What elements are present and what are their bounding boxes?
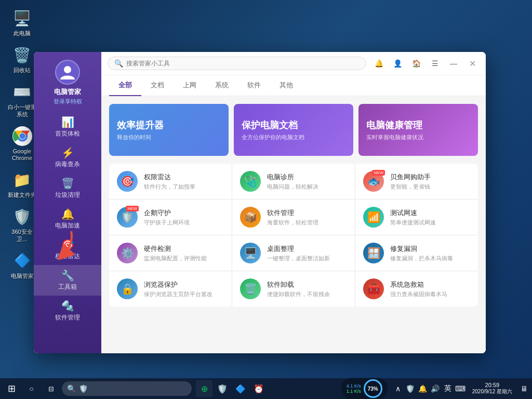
software-uninstall-icon-wrap: 🗑️ (240, 278, 261, 299)
desktop-icon-this-pc[interactable]: 🖥️ 此电脑 (5, 5, 39, 39)
title-bar: 🔍 🔔 👤 🏠 ☰ — ✕ (101, 52, 486, 75)
tool-info-speed-test: 测试网速 简单便捷测试网速 (390, 208, 470, 227)
tool-info-software-uninstall: 软件卸载 便捷卸载软件，不留残余 (267, 280, 347, 298)
baidu-input-label: 白小一键重系统 (8, 104, 36, 117)
taskbar-search-icon-shield: 🛡️ (79, 384, 88, 393)
search-box[interactable]: 🔍 (108, 57, 366, 70)
show-desktop-button[interactable]: 🖥 (519, 383, 529, 394)
tool-item-permission-radar[interactable]: 🎯 权限雷达 软件行为，了如指掌 (109, 164, 232, 199)
tab-all[interactable]: 全部 (109, 75, 141, 96)
speed-test-tool-icon: 📶 (363, 207, 384, 228)
system-rescue-icon-wrap: 🧰 (363, 278, 384, 299)
sidebar-label-toolbox: 工具箱 (58, 283, 77, 291)
software-manage-icon: 🔩 (61, 300, 74, 312)
close-button[interactable]: ✕ (465, 56, 480, 71)
taskbar-search-box[interactable]: 🔍 🛡️ 电脑管家 (62, 381, 192, 396)
feature-banners: 效率提升器 释放你的时间 保护电脑文档 全方位保护你的电脑文档 电脑健康管理 实… (109, 104, 478, 156)
taskbar-app-360search[interactable]: ⊕ (196, 380, 212, 397)
tool-name-browser-protect: 浏览器保护 (144, 280, 224, 289)
tool-name-pc-diagnosis: 电脑诊所 (267, 172, 347, 182)
notification-button[interactable]: 🔔 (371, 56, 386, 71)
desktop-organize-tool-icon: 🖥️ (240, 243, 261, 263)
tool-name-shopping-helper: 贝鱼网购助手 (390, 172, 470, 182)
system-rescue-tool-icon: 🧰 (363, 278, 384, 299)
taskbar-clock[interactable]: 20:59 2020/9/12 星期六 (468, 382, 516, 395)
home-button[interactable]: 🏠 (409, 56, 423, 71)
sidebar-label-virus-scan: 病毒查杀 (55, 160, 80, 169)
shopping-helper-icon-wrap: 🐟 NEW (363, 171, 384, 192)
start-button[interactable]: ⊞ (3, 380, 21, 398)
taskbar-app-vpn[interactable]: 🔷 (232, 380, 249, 397)
user-button[interactable]: 👤 (390, 56, 405, 71)
tool-desc-pc-diagnosis: 电脑问题，轻松解决 (267, 183, 347, 191)
sidebar-item-software-manage[interactable]: 🔩 软件管理 (34, 296, 101, 326)
taskbar-app-360safe[interactable]: 🛡️ (214, 380, 231, 397)
taskbar-app-tencent[interactable]: ⏰ (250, 380, 267, 397)
tool-item-software-uninstall[interactable]: 🗑️ 软件卸载 便捷卸载软件，不留残余 (232, 271, 355, 307)
tool-desc-permission-radar: 软件行为，了如指掌 (144, 183, 224, 191)
hardware-check-icon-wrap: ⚙️ (117, 243, 138, 263)
tool-item-software-manage[interactable]: 📦 软件管理 海量软件，轻松管理 (232, 200, 355, 235)
tool-info-shopping-helper: 贝鱼网购助手 更智能，更省钱 (390, 172, 470, 191)
banner-protect-doc[interactable]: 保护电脑文档 全方位保护你的电脑文档 (234, 104, 353, 156)
minimize-button[interactable]: — (446, 56, 461, 71)
tool-desc-browser-protect: 保护浏览器主页防平台篡改 (144, 290, 224, 298)
taskbar-right: 4.1 K/s 1.1 K/s 73% ∧ 🛡️ 🔔 🔊 英 ⌨ 20:59 (341, 378, 529, 399)
tool-name-speed-test: 测试网速 (390, 208, 470, 218)
banner-efficiency[interactable]: 效率提升器 释放你的时间 (109, 104, 229, 156)
tab-other[interactable]: 其他 (270, 75, 302, 96)
tab-network[interactable]: 上网 (174, 75, 206, 96)
search-cortana-button[interactable]: ○ (22, 380, 41, 398)
tool-desc-system-rescue: 强力查杀顽固病毒木马 (390, 290, 470, 298)
tool-item-speed-test[interactable]: 📶 测试网速 简单便捷测试网速 (355, 200, 478, 235)
sidebar-item-pc-speed[interactable]: 🔔 电脑加速 (34, 204, 101, 234)
tool-item-hardware-check[interactable]: ⚙️ 硬件检测 监测电脑配置，评测性能 (109, 235, 232, 271)
tool-item-penguin-guard[interactable]: 🛡️ NEW 企鹅守护 守护孩子上网环境 (109, 200, 232, 235)
tool-info-pc-diagnosis: 电脑诊所 电脑问题，轻松解决 (267, 172, 347, 191)
taskbar-shield-icon[interactable]: 🛡️ (405, 383, 416, 394)
sidebar-item-virus-scan[interactable]: ⚡ 病毒查杀 (34, 142, 101, 173)
sidebar-login-text[interactable]: 登录享特权 (54, 98, 82, 105)
avatar[interactable] (55, 60, 80, 85)
sidebar-app-name: 电脑管家 (54, 87, 81, 97)
menu-button[interactable]: ☰ (428, 56, 442, 71)
show-hidden-icons-button[interactable]: ∧ (393, 383, 403, 394)
tab-doc[interactable]: 文档 (141, 75, 174, 96)
sidebar-item-permission-radar[interactable]: 🎯 权限雷达 (34, 234, 101, 265)
task-view-button[interactable]: ⊟ (42, 380, 60, 398)
search-input[interactable] (126, 60, 360, 67)
tool-item-system-rescue[interactable]: 🧰 系统急救箱 强力查杀顽固病毒木马 (355, 271, 478, 307)
tool-name-permission-radar: 权限雷达 (144, 172, 224, 182)
taskbar-apps: ⊕ 🛡️ 🔷 ⏰ (196, 380, 267, 397)
sidebar: 电脑管家 登录享特权 📊 首页体检 ⚡ 病毒查杀 🗑️ 垃圾清理 🔔 电脑加速 (34, 52, 101, 353)
permission-radar-icon: 🎯 (61, 238, 74, 251)
tool-item-browser-protect[interactable]: 🔒 浏览器保护 保护浏览器主页防平台篡改 (109, 271, 232, 307)
network-widget: 4.1 K/s 1.1 K/s 73% (341, 378, 388, 399)
banner-health[interactable]: 电脑健康管理 实时掌握电脑健康状况 (358, 104, 478, 156)
tool-item-fix-vulnerabilities[interactable]: 🪟 修复漏洞 修复漏洞，拦杀木马病毒 (355, 235, 478, 271)
taskbar-lang-icon[interactable]: 英 (443, 383, 453, 394)
tool-desc-hardware-check: 监测电脑配置，评测性能 (144, 255, 224, 262)
tool-desc-desktop-organize: 一键整理，桌面整洁如新 (267, 255, 347, 262)
sidebar-item-home-check[interactable]: 📊 首页体检 (34, 112, 101, 142)
taskbar-keyboard-icon[interactable]: ⌨ (455, 383, 466, 394)
sidebar-item-trash-clean[interactable]: 🗑️ 垃圾清理 (34, 173, 101, 204)
sidebar-label-trash-clean: 垃圾清理 (55, 191, 80, 200)
sidebar-item-toolbox[interactable]: 🔧 工具箱 (34, 265, 101, 296)
360-label: 360安全卫... (8, 229, 36, 242)
sidebar-menu: 📊 首页体检 ⚡ 病毒查杀 🗑️ 垃圾清理 🔔 电脑加速 🎯 权限雷 (34, 112, 101, 326)
tab-system[interactable]: 系统 (206, 75, 238, 96)
tool-item-pc-diagnosis[interactable]: 🩺 电脑诊所 电脑问题，轻松解决 (232, 164, 355, 199)
tool-item-shopping-helper[interactable]: 🐟 NEW 贝鱼网购助手 更智能，更省钱 (355, 164, 478, 199)
search-icon: 🔍 (114, 59, 123, 68)
taskbar-search-input[interactable]: 电脑管家 (91, 385, 187, 392)
taskbar: ⊞ ○ ⊟ 🔍 🛡️ 电脑管家 ⊕ 🛡️ 🔷 ⏰ 4.1 K/ (0, 378, 532, 399)
taskbar-notification-icon[interactable]: 🔔 (418, 383, 428, 394)
tool-info-fix-vulnerabilities: 修复漏洞 修复漏洞，拦杀木马病毒 (390, 244, 470, 262)
network-download-speed: 1.1 K/s (347, 389, 361, 394)
penguin-guard-new-badge: NEW (126, 206, 139, 211)
tool-item-desktop-organize[interactable]: 🖥️ 桌面整理 一键整理，桌面整洁如新 (232, 235, 355, 271)
taskbar-volume-icon[interactable]: 🔊 (430, 383, 441, 394)
sidebar-label-software-manage: 软件管理 (55, 313, 80, 322)
tab-software[interactable]: 软件 (238, 75, 270, 96)
